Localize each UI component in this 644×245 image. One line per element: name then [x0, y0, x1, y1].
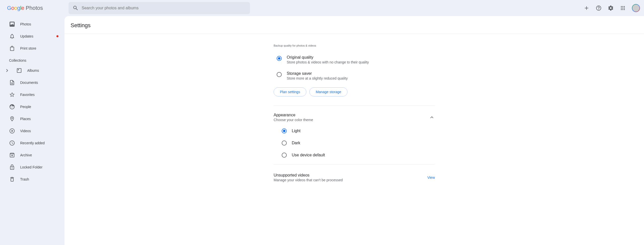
search-icon — [73, 5, 79, 11]
appearance-subtitle: Choose your color theme — [274, 118, 313, 122]
nav-label: Trash — [20, 177, 29, 181]
bell-icon — [9, 33, 15, 39]
nav-label: Archive — [20, 153, 32, 157]
view-unsupported-button[interactable]: View — [427, 176, 435, 180]
help-icon — [596, 5, 602, 11]
radio-original-quality[interactable]: Original quality Store photos & videos w… — [274, 53, 435, 69]
chevron-up-icon — [429, 114, 435, 120]
image-icon — [9, 21, 15, 27]
divider — [274, 106, 435, 106]
divider — [274, 164, 435, 164]
logo[interactable]: Google Photos — [4, 5, 65, 11]
nav-label: Places — [20, 117, 31, 121]
radio-label: Light — [292, 129, 301, 133]
google-logo: Google — [7, 5, 24, 11]
svg-rect-0 — [18, 69, 19, 70]
clock-icon — [9, 140, 15, 146]
trash-icon — [9, 176, 15, 182]
radio-label: Original quality — [287, 55, 369, 60]
nav-label: Photos — [20, 22, 31, 26]
radio-label: Use device default — [292, 153, 325, 157]
radio-icon — [277, 72, 282, 77]
nav-label: Albums — [27, 68, 39, 73]
radio-dark[interactable]: Dark — [274, 137, 435, 149]
radio-icon — [277, 56, 282, 61]
radio-light[interactable]: Light — [274, 125, 435, 137]
gear-icon — [608, 5, 614, 11]
nav-favorites[interactable]: Favorites — [0, 89, 65, 101]
chevron-right-icon — [4, 67, 10, 74]
radio-label: Dark — [292, 141, 300, 145]
account-avatar[interactable] — [632, 4, 640, 12]
archive-icon — [9, 152, 15, 158]
face-icon — [9, 104, 15, 110]
nav-locked-folder[interactable]: Locked Folder — [0, 161, 65, 173]
create-button[interactable] — [582, 3, 592, 13]
play-icon — [9, 128, 15, 134]
product-name: Photos — [26, 5, 43, 11]
star-icon — [9, 92, 15, 98]
backup-section-title: Backup quality for photos & videos — [274, 44, 435, 47]
bag-icon — [9, 45, 15, 51]
nav-label: Locked Folder — [20, 165, 43, 169]
pin-icon — [9, 116, 15, 122]
sidebar: Photos Updates Print store Collections A… — [0, 16, 65, 245]
search-input[interactable] — [69, 2, 250, 14]
manage-storage-button[interactable]: Manage storage — [309, 87, 347, 96]
updates-badge — [56, 35, 58, 37]
nav-documents[interactable]: Documents — [0, 77, 65, 89]
unsupported-subtitle: Manage your videos that can't be process… — [274, 178, 343, 182]
nav-trash[interactable]: Trash — [0, 173, 65, 185]
radio-label: Storage saver — [287, 71, 348, 76]
nav-label: Recently added — [20, 141, 45, 145]
help-button[interactable] — [594, 3, 604, 13]
nav-label: Videos — [20, 129, 31, 133]
radio-icon — [282, 153, 287, 158]
nav-label: Print store — [20, 46, 36, 50]
radio-sublabel: Store photos & videos with no change to … — [287, 60, 369, 64]
plan-settings-button[interactable]: Plan settings — [274, 87, 306, 96]
plus-icon — [584, 5, 590, 11]
radio-storage-saver[interactable]: Storage saver Store more at a slightly r… — [274, 69, 435, 85]
nav-print-store[interactable]: Print store — [0, 42, 65, 54]
svg-point-1 — [12, 118, 13, 119]
nav-label: People — [20, 105, 31, 109]
nav-recently-added[interactable]: Recently added — [0, 137, 65, 149]
unsupported-title: Unsupported videos — [274, 173, 343, 178]
radio-sublabel: Store more at a slightly reduced quality — [287, 76, 348, 80]
nav-people[interactable]: People — [0, 101, 65, 113]
nav-places[interactable]: Places — [0, 113, 65, 125]
nav-label: Updates — [20, 34, 33, 38]
settings-button[interactable] — [606, 3, 616, 13]
appearance-title: Appearance — [274, 113, 313, 117]
apps-button[interactable] — [618, 3, 628, 13]
apps-icon — [620, 5, 626, 11]
document-icon — [9, 80, 15, 86]
nav-label: Favorites — [20, 93, 35, 97]
nav-albums[interactable]: Albums — [0, 64, 65, 77]
nav-photos[interactable]: Photos — [0, 18, 65, 30]
radio-device-default[interactable]: Use device default — [274, 149, 435, 161]
appearance-header[interactable]: Appearance Choose your color theme — [274, 111, 435, 125]
radio-icon — [282, 141, 287, 146]
nav-videos[interactable]: Videos — [0, 125, 65, 137]
nav-updates[interactable]: Updates — [0, 30, 65, 42]
nav-label: Documents — [20, 81, 38, 85]
radio-icon — [282, 128, 287, 133]
album-icon — [16, 67, 22, 74]
lock-icon — [9, 164, 15, 170]
nav-archive[interactable]: Archive — [0, 149, 65, 161]
page-title: Settings — [71, 22, 638, 29]
sidebar-section-title: Collections — [0, 54, 65, 64]
